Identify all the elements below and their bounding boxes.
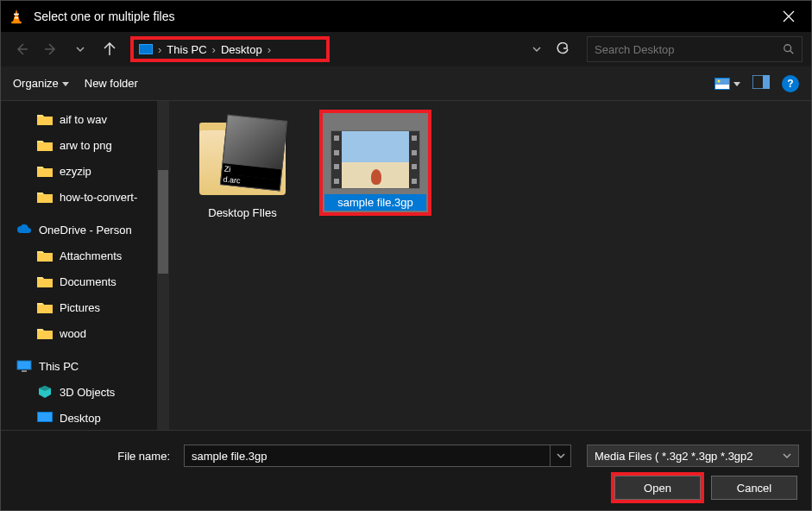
svg-rect-2 [11, 22, 22, 24]
chevron-right-icon: › [212, 43, 216, 56]
folder-icon [37, 191, 53, 203]
filename-history-dropdown[interactable] [551, 445, 571, 467]
search-input[interactable] [595, 43, 783, 56]
chevron-down-icon [783, 451, 791, 460]
folder-icon [37, 327, 53, 339]
sidebar-item-documents[interactable]: Documents [1, 268, 169, 294]
svg-point-7 [718, 79, 721, 82]
close-button[interactable] [770, 1, 808, 32]
svg-rect-9 [763, 75, 770, 89]
folder-icon [37, 249, 53, 262]
file-item-desktop-files[interactable]: Zid.arc Desktop FIles [186, 110, 299, 224]
sidebar-item-how-to-convert[interactable]: how-to-convert- [1, 184, 169, 210]
folder-icon [37, 113, 53, 125]
filename-row: File name: Media Files ( *.3g2 *.3gp *.3… [13, 445, 799, 467]
picture-icon [714, 78, 730, 90]
titlebar: Select one or multiple files [1, 1, 811, 32]
file-label-selected: sample file.3gp [324, 194, 426, 211]
sidebar-item-attachments[interactable]: Attachments [1, 243, 169, 268]
view-mode-button[interactable] [714, 78, 740, 90]
search-icon [783, 43, 795, 55]
sidebar-onedrive[interactable]: OneDrive - Person [1, 217, 169, 243]
breadcrumb-current[interactable]: Desktop [221, 43, 262, 56]
vlc-icon [8, 8, 25, 25]
organize-label: Organize [13, 77, 59, 90]
sidebar-item-ezyzip[interactable]: ezyzip [1, 158, 169, 184]
folder-icon [37, 165, 53, 177]
filename-input[interactable] [184, 445, 551, 467]
sidebar-item-arw-to-png[interactable]: arw to png [1, 132, 169, 158]
nav-forward-button[interactable] [39, 37, 63, 61]
chevron-down-icon [557, 451, 565, 460]
svg-rect-13 [38, 413, 52, 421]
video-thumbnail [328, 115, 423, 189]
nav-back-button[interactable] [9, 37, 34, 61]
folder-icon [37, 301, 53, 313]
svg-rect-11 [22, 370, 27, 372]
monitor-icon [139, 44, 153, 54]
desktop-icon [37, 412, 53, 424]
chevron-down-icon [532, 45, 541, 54]
svg-rect-10 [17, 361, 31, 369]
button-row: Open Cancel [13, 476, 799, 500]
refresh-button[interactable] [551, 37, 575, 61]
bottom-bar: File name: Media Files ( *.3g2 *.3gp *.3… [1, 430, 811, 510]
svg-rect-1 [15, 17, 18, 19]
breadcrumb[interactable]: › This PC › Desktop › [130, 36, 330, 62]
preview-pane-icon [752, 75, 770, 89]
folder-icon [37, 139, 53, 151]
file-label: Desktop FIles [205, 205, 280, 221]
file-item-sample-file[interactable]: sample file.3gp [319, 110, 431, 216]
sidebar-item-wood[interactable]: wood [1, 320, 169, 346]
filetype-filter-label: Media Files ( *.3g2 *.3gp *.3gp2 [595, 450, 779, 463]
file-dialog-window: Select one or multiple files › This PC ›… [0, 0, 812, 511]
filetype-filter-dropdown[interactable]: Media Files ( *.3g2 *.3gp *.3gp2 [587, 445, 799, 467]
window-title: Select one or multiple files [34, 9, 770, 23]
sidebar-item-aif-to-wav[interactable]: aif to wav [1, 106, 169, 132]
filename-label: File name: [13, 450, 177, 463]
file-list[interactable]: Zid.arc Desktop FIles sample file.3gp [169, 101, 811, 430]
breadcrumb-dropdown[interactable] [525, 37, 549, 61]
triangle-down-icon [62, 80, 69, 87]
preview-pane-button[interactable] [752, 75, 770, 91]
cancel-button[interactable]: Cancel [711, 476, 797, 500]
open-button[interactable]: Open [614, 476, 701, 500]
sidebar-item-pictures[interactable]: Pictures [1, 294, 169, 320]
close-icon [783, 10, 795, 22]
svg-point-3 [784, 45, 791, 52]
sidebar-this-pc[interactable]: This PC [1, 353, 169, 379]
folder-icon [37, 275, 53, 287]
sidebar-scrollbar-thumb[interactable] [158, 170, 168, 274]
refresh-icon [556, 42, 570, 56]
arrow-left-icon [15, 42, 28, 56]
arrow-up-icon [103, 42, 116, 56]
search-box[interactable] [587, 36, 803, 62]
sidebar: aif to wav arw to png ezyzip how-to-conv… [1, 101, 169, 430]
folder-thumbnail: Zid.arc [195, 113, 290, 199]
help-button[interactable]: ? [782, 75, 799, 92]
chevron-right-icon: › [268, 43, 271, 56]
toolbar: Organize New folder ? [1, 66, 811, 101]
chevron-right-icon: › [158, 43, 161, 56]
nav-up-button[interactable] [98, 37, 122, 61]
cube-icon [37, 386, 53, 398]
cloud-icon [16, 224, 32, 236]
body: aif to wav arw to png ezyzip how-to-conv… [1, 101, 811, 430]
pc-icon [16, 360, 32, 372]
sidebar-item-3d-objects[interactable]: 3D Objects [1, 379, 169, 405]
breadcrumb-root[interactable]: This PC [167, 43, 206, 56]
chevron-down-icon [76, 45, 85, 54]
arrow-right-icon [44, 42, 58, 56]
navbar: › This PC › Desktop › [1, 32, 811, 66]
sidebar-item-desktop[interactable]: Desktop [1, 405, 169, 430]
triangle-down-icon [733, 80, 740, 87]
svg-rect-0 [14, 14, 19, 16]
svg-rect-6 [715, 79, 729, 85]
organize-menu[interactable]: Organize [13, 77, 69, 90]
new-folder-button[interactable]: New folder [85, 77, 138, 90]
nav-recent-dropdown[interactable] [68, 37, 92, 61]
sidebar-tree: aif to wav arw to png ezyzip how-to-conv… [1, 101, 169, 430]
